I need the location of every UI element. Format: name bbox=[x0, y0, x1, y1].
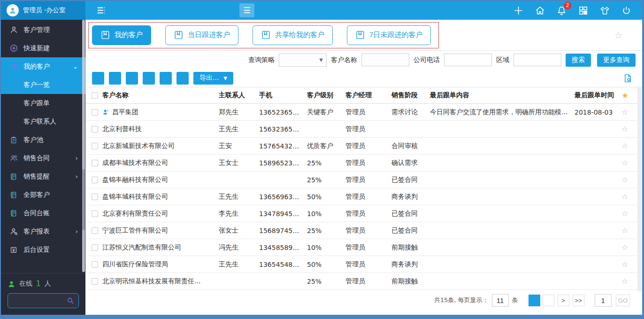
customer-manager: 管理员 bbox=[345, 125, 391, 133]
sidebar-item[interactable]: 我的客户 ⌄ bbox=[1, 57, 85, 76]
table-scrollbar-track[interactable] bbox=[637, 87, 642, 291]
select-all-checkbox[interactable] bbox=[92, 92, 98, 99]
row-checkbox[interactable] bbox=[92, 261, 98, 268]
view-tab[interactable]: 我的客户 bbox=[92, 25, 151, 45]
menu-collapse-icon[interactable] bbox=[96, 5, 106, 16]
toolbar-button[interactable] bbox=[92, 72, 104, 85]
table-row[interactable]: 成都丰城技术有限公司 王女士 15896523698 25% 管理员 确认需求 … bbox=[85, 155, 642, 171]
row-checkbox[interactable] bbox=[92, 160, 98, 166]
sidebar-item[interactable]: 全部客户 bbox=[1, 186, 85, 204]
sidebar-item[interactable]: 快速新建 bbox=[1, 39, 85, 57]
sidebar-item[interactable]: 客户联系人 bbox=[1, 112, 85, 131]
customer-name[interactable]: 成都丰城技术有限公司 bbox=[102, 159, 168, 167]
col-header-manager[interactable]: 客户经理 bbox=[345, 91, 391, 100]
customer-name[interactable]: 北京明讯恒基科技发展有限责任... bbox=[102, 277, 200, 286]
sidebar-scrollbar-thumb[interactable] bbox=[82, 169, 85, 230]
view-tab[interactable]: 当日跟进客户 bbox=[165, 25, 238, 45]
view-tab[interactable]: 共享给我的客户 bbox=[253, 25, 333, 45]
mobile-number: 15765432187 bbox=[259, 142, 307, 150]
customer-name[interactable]: 四川省医疗保险管理局 bbox=[102, 260, 168, 269]
page-number-button[interactable] bbox=[529, 295, 540, 306]
theme-shirt-icon[interactable] bbox=[599, 5, 610, 16]
row-checkbox[interactable] bbox=[92, 227, 98, 234]
toolbar-button[interactable] bbox=[143, 72, 155, 85]
sidebar-item-label: 后台设置 bbox=[23, 246, 50, 254]
customer-name[interactable]: 宁波巨工管件有限公司 bbox=[102, 226, 168, 235]
more-query-button[interactable]: 更多查询 bbox=[597, 54, 636, 67]
sidebar-item[interactable]: 合同台账 bbox=[1, 204, 85, 222]
col-header-content[interactable]: 最后跟单内容 bbox=[430, 91, 575, 100]
table-row[interactable]: 北京赛利有限责任公司 李先生 13478945632 10% 管理员 已签合同 … bbox=[85, 205, 642, 222]
col-header-contact[interactable]: 主联系人 bbox=[219, 91, 259, 100]
favorite-star-icon[interactable]: ☆ bbox=[614, 30, 622, 40]
col-header-stage[interactable]: 销售阶段 bbox=[391, 91, 430, 100]
table-row[interactable]: 盘锦丰融科技有限公司 25% 管理员 已签合同 ☆ bbox=[85, 171, 642, 188]
sidebar-item[interactable]: 客户跟单 bbox=[1, 94, 85, 112]
user-area[interactable]: 管理员 -办公室 bbox=[1, 1, 85, 20]
sales-stage: 已签合同 bbox=[391, 226, 430, 235]
toolbar-button[interactable] bbox=[109, 72, 121, 85]
col-header-date[interactable]: 最后跟单时间 bbox=[575, 91, 621, 100]
sidebar-item[interactable]: 客户池 bbox=[1, 131, 85, 149]
export-button[interactable]: 导出...▼ bbox=[193, 72, 233, 85]
row-checkbox[interactable] bbox=[92, 210, 98, 217]
toolbar-button[interactable] bbox=[160, 72, 172, 85]
sidebar-item[interactable]: 后台设置 bbox=[1, 241, 85, 259]
col-header-level[interactable]: 客户级别 bbox=[307, 91, 345, 100]
customer-name-input[interactable] bbox=[361, 54, 409, 66]
sidebar-item-label: 销售合同 bbox=[23, 154, 50, 163]
sidebar-item[interactable]: 客户一览 bbox=[1, 76, 85, 94]
customer-name[interactable]: 江苏恒义汽配制造有限公司 bbox=[102, 243, 181, 252]
table-row[interactable]: 宁波巨工管件有限公司 张女士 15689745612 25% 管理员 已签合同 … bbox=[85, 222, 642, 239]
table-row[interactable]: 盘锦丰城科技有限公司 王先生 13656963265 50% 管理员 商务谈判 … bbox=[85, 188, 642, 205]
power-icon[interactable] bbox=[621, 5, 632, 16]
strategy-select[interactable]: ▼ bbox=[279, 54, 327, 67]
customer-name[interactable]: 盘锦丰城科技有限公司 bbox=[102, 193, 168, 201]
customer-name[interactable]: 北京利普科技 bbox=[102, 125, 142, 133]
table-row[interactable]: 昌平集团 郑先生 13652365896 关键客户 管理员 需求讨论 今日同客户… bbox=[85, 104, 642, 121]
toolbar-button[interactable] bbox=[126, 72, 138, 85]
table-row[interactable]: 四川省医疗保险管理局 王先生 13654548579 50% 管理员 商务谈判 … bbox=[85, 256, 642, 273]
row-checkbox[interactable] bbox=[92, 244, 98, 251]
row-checkbox[interactable] bbox=[92, 109, 98, 116]
toolbar-button[interactable] bbox=[176, 72, 189, 85]
row-checkbox[interactable] bbox=[92, 177, 98, 183]
search-button[interactable]: 搜索 bbox=[566, 54, 591, 67]
last-page-button[interactable]: >> bbox=[573, 295, 584, 306]
view-tab[interactable]: 7日未跟进的客户 bbox=[347, 25, 431, 45]
page-size-input[interactable] bbox=[492, 294, 509, 307]
table-row[interactable]: 江苏恒义汽配制造有限公司 冯先生 13458589874 10% 管理员 前期接… bbox=[85, 239, 642, 256]
row-checkbox[interactable] bbox=[92, 194, 98, 200]
sidebar-item[interactable]: 销售合同 › bbox=[1, 149, 85, 167]
sidebar-scrollbar-track[interactable] bbox=[82, 20, 85, 272]
customer-name[interactable]: 北京新城新技术有限公司 bbox=[102, 142, 175, 150]
next-page-button[interactable]: > bbox=[558, 295, 569, 306]
page-number-button[interactable] bbox=[543, 295, 554, 306]
menu-more-icon[interactable]: ☰ bbox=[239, 3, 254, 17]
customer-name[interactable]: 昌平集团 bbox=[112, 108, 138, 117]
region-input[interactable] bbox=[514, 54, 561, 66]
table-row[interactable]: 北京新城新技术有限公司 王安 15765432187 优质客户 管理员 合同审核… bbox=[85, 138, 642, 155]
search-icon[interactable] bbox=[66, 296, 75, 305]
go-button[interactable]: GO bbox=[616, 295, 630, 306]
goto-page-input[interactable] bbox=[595, 294, 612, 307]
notifications-icon[interactable]: 2 bbox=[556, 5, 567, 16]
customer-name[interactable]: 盘锦丰融科技有限公司 bbox=[102, 176, 168, 184]
apps-grid-icon[interactable] bbox=[578, 5, 589, 16]
company-phone-input[interactable] bbox=[444, 54, 492, 66]
column-settings-icon[interactable] bbox=[623, 73, 633, 83]
sidebar-item[interactable]: 客户管理 bbox=[1, 21, 85, 39]
customer-manager: 管理员 bbox=[345, 159, 391, 167]
sidebar-item[interactable]: 销售提醒 › bbox=[1, 167, 85, 186]
table-row[interactable]: 北京明讯恒基科技发展有限责任... 25% 管理员 前期接触 ☆ bbox=[85, 273, 642, 290]
home-icon[interactable] bbox=[535, 5, 545, 16]
col-header-mobile[interactable]: 手机 bbox=[259, 91, 307, 100]
sidebar-item[interactable]: 客户报表 › bbox=[1, 222, 85, 241]
table-row[interactable]: 北京利普科技 王先生 15632365236 管理员 ☆ bbox=[85, 121, 642, 138]
row-checkbox[interactable] bbox=[92, 143, 98, 149]
add-icon[interactable] bbox=[513, 5, 524, 16]
customer-name[interactable]: 北京赛利有限责任公司 bbox=[102, 210, 168, 218]
col-header-name[interactable]: 客户名称 bbox=[102, 91, 219, 100]
row-checkbox[interactable] bbox=[92, 278, 98, 285]
row-checkbox[interactable] bbox=[92, 126, 98, 132]
